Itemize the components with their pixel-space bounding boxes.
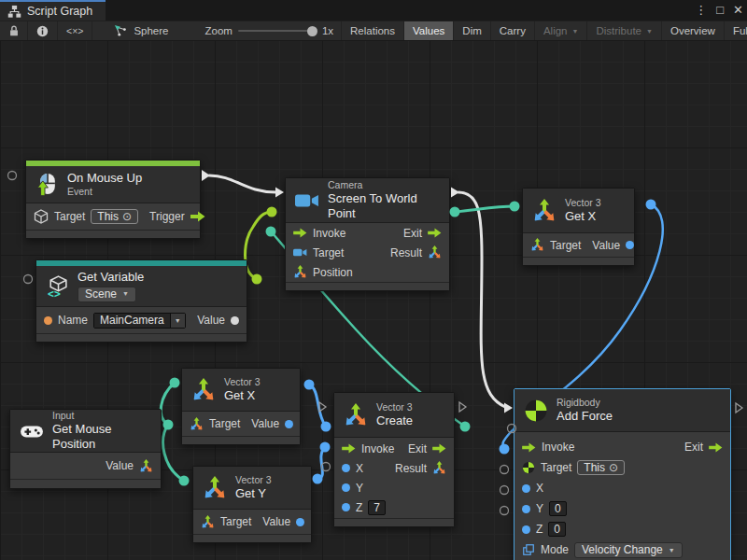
exit-port-label[interactable]: Exit [408, 442, 427, 455]
tab-script-graph[interactable]: Script Graph [0, 0, 106, 21]
invoke-port-label[interactable]: Invoke [313, 227, 345, 240]
invoke-port-label[interactable]: Invoke [361, 442, 394, 455]
rigidbody-icon [524, 399, 548, 423]
z-port-label[interactable]: Z [356, 501, 362, 514]
close-icon[interactable]: ✕ [733, 0, 743, 21]
z-port-label[interactable]: Z [536, 523, 543, 536]
exit-port-label[interactable]: Exit [403, 227, 422, 240]
target-port-label[interactable]: Target [313, 246, 344, 259]
target-this-chip[interactable]: This⊙ [91, 209, 138, 224]
value-port-dot[interactable] [231, 316, 239, 325]
result-port-label[interactable]: Result [395, 462, 427, 475]
name-port-dot[interactable] [44, 316, 52, 325]
lock-button[interactable] [0, 21, 28, 40]
x-port-dot[interactable] [342, 464, 350, 472]
z-port-dot[interactable] [522, 525, 530, 534]
wire-mouse-to-getx-target[interactable] [161, 383, 175, 425]
value-port-label[interactable]: Value [197, 314, 225, 327]
target-port-label[interactable]: Target [209, 417, 240, 430]
node-vector3-get-x[interactable]: Vector 3 Get X Target Value [181, 368, 301, 445]
node-vector3-create[interactable]: Vector 3 Create Invoke Exit X Result [333, 392, 455, 527]
node-add-force[interactable]: Rigidbody Add Force Invoke Exit Target T… [514, 388, 731, 560]
x-port-dot[interactable] [522, 484, 530, 493]
target-port-label[interactable]: Target [550, 239, 581, 252]
name-port-label[interactable]: Name [58, 314, 88, 327]
values-button[interactable]: Values [404, 21, 454, 40]
variable-name-dropdown[interactable]: MainCamera ▼ [93, 313, 186, 329]
relations-button[interactable]: Relations [341, 21, 404, 40]
graph-canvas[interactable]: On Mouse Up Event Target This⊙ Trigger [0, 40, 747, 560]
node-footer [523, 257, 634, 265]
align-button[interactable]: Align▼ [535, 21, 588, 40]
node-header: Rigidbody Add Force [514, 389, 730, 432]
y-port-dot[interactable] [342, 483, 350, 492]
value-port-label[interactable]: Value [592, 239, 620, 252]
wire-exit-to-addforce-invoke[interactable] [458, 192, 505, 407]
z-value-field[interactable]: 7 [368, 500, 386, 515]
align-label: Align [543, 25, 568, 36]
value-port-label[interactable]: Value [106, 459, 134, 472]
node-on-mouse-up[interactable]: On Mouse Up Event Target This⊙ Trigger [25, 160, 201, 239]
overview-button[interactable]: Overview [662, 21, 725, 40]
value-port-dot[interactable] [285, 420, 293, 428]
wire-getxmid-to-create-x[interactable] [309, 385, 326, 427]
wire-variable-to-camera-target[interactable] [246, 212, 273, 279]
node-title: Get Y [235, 486, 272, 501]
target-this-chip[interactable]: This⊙ [577, 460, 625, 475]
z-value-field[interactable]: 0 [548, 522, 566, 537]
result-port-label[interactable]: Result [390, 246, 422, 259]
full-screen-button[interactable]: Full Screen [725, 21, 747, 40]
trigger-port-label[interactable]: Trigger [149, 210, 185, 223]
node-title: Get Variable [78, 270, 144, 285]
graph-breadcrumb[interactable]: Sphere [106, 21, 176, 40]
y-port-label[interactable]: Y [356, 482, 363, 495]
kebab-menu-icon[interactable]: ⋮ [695, 0, 707, 21]
target-port-label[interactable]: Target [220, 515, 251, 528]
wire-trigger-to-invoke[interactable] [209, 175, 276, 192]
wire-camera-result-to-getx-target[interactable] [455, 206, 514, 212]
vector3-icon [191, 378, 216, 402]
zoom-slider[interactable] [238, 30, 317, 32]
target-port-label[interactable]: Target [54, 210, 85, 223]
vector3-icon [530, 238, 544, 252]
y-port-label[interactable]: Y [536, 502, 543, 515]
z-port-dot[interactable] [342, 503, 350, 511]
y-value-field[interactable]: 0 [549, 501, 567, 516]
node-category: Vector 3 [224, 376, 261, 388]
x-port-label[interactable]: X [536, 482, 543, 495]
info-button[interactable] [28, 21, 58, 40]
x-port-label[interactable]: X [356, 462, 363, 475]
value-port-label[interactable]: Value [251, 417, 279, 430]
maximize-icon[interactable]: □ [716, 0, 724, 21]
exit-port-label[interactable]: Exit [684, 441, 703, 454]
code-view-button[interactable]: <×> [58, 21, 92, 40]
y-port-dot[interactable] [522, 505, 530, 513]
port-row: Invoke Exit [286, 223, 449, 243]
invoke-port-label[interactable]: Invoke [542, 441, 574, 454]
overview-label: Overview [670, 25, 715, 36]
carry-button[interactable]: Carry [491, 21, 535, 40]
node-screen-to-world-point[interactable]: Camera Screen To World Point Invoke Exit… [285, 177, 450, 291]
vector3-icon [203, 476, 227, 500]
chevron-down-icon: ▼ [175, 317, 181, 324]
target-port-label[interactable]: Target [541, 461, 571, 474]
vector3-icon [532, 199, 557, 223]
node-vector3-get-x-top[interactable]: Vector 3 Get X Target Value [522, 188, 635, 266]
dim-button[interactable]: Dim [454, 21, 490, 40]
node-get-variable[interactable]: Get Variable Scene▼ Name MainCamera ▼ Va… [35, 259, 247, 343]
distribute-button[interactable]: Distribute▼ [587, 21, 662, 40]
value-port-dot[interactable] [626, 241, 634, 249]
node-vector3-get-y[interactable]: Vector 3 Get Y Target Value [192, 466, 312, 543]
mode-port-label[interactable]: Mode [541, 543, 569, 556]
wire-gety-to-create-y[interactable] [317, 447, 325, 479]
zoom-slider-handle[interactable] [307, 26, 317, 36]
value-port-dot[interactable] [296, 518, 304, 526]
node-footer [334, 518, 454, 526]
variable-kind-dropdown[interactable]: Scene▼ [78, 287, 136, 302]
mode-dropdown[interactable]: Velocity Change▼ [574, 542, 683, 558]
node-header: Input Get Mouse Position [10, 410, 161, 453]
node-get-mouse-position[interactable]: Input Get Mouse Position Value [9, 409, 162, 489]
dropdown-button[interactable]: ▼ [170, 314, 185, 328]
position-port-label[interactable]: Position [313, 266, 353, 279]
value-port-label[interactable]: Value [262, 515, 290, 528]
